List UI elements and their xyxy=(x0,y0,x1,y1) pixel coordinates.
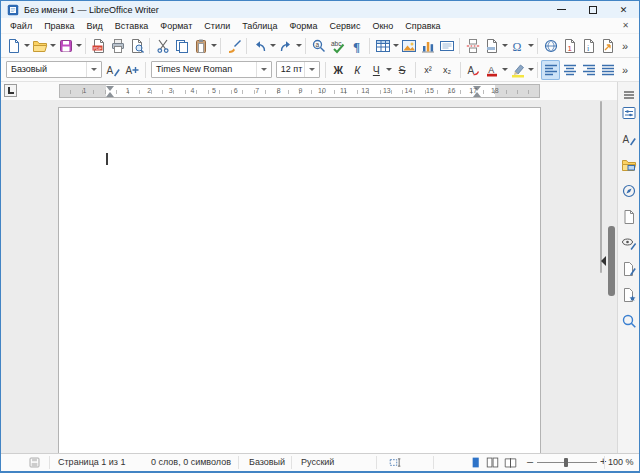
superscript-button[interactable]: x² xyxy=(419,60,438,80)
page-style-status[interactable]: Базовый xyxy=(249,457,285,467)
paragraph-style-combo[interactable]: Базовый xyxy=(6,61,102,78)
zoom-level-status[interactable]: 100 % xyxy=(608,457,634,467)
clear-formatting-button[interactable]: A xyxy=(464,60,483,80)
dropdown-arrow-icon[interactable] xyxy=(75,36,82,56)
menu-form[interactable]: Форма xyxy=(284,19,324,33)
dropdown-arrow-icon[interactable] xyxy=(392,36,399,56)
document-page[interactable] xyxy=(58,107,541,453)
save-status-icon[interactable] xyxy=(28,456,41,469)
insert-chart-button[interactable] xyxy=(418,36,437,56)
dropdown-arrow-icon[interactable] xyxy=(23,36,30,56)
sidebar-tab-design[interactable] xyxy=(619,286,638,304)
sidebar-tab-properties[interactable] xyxy=(619,104,638,122)
menu-tools[interactable]: Сервис xyxy=(324,19,367,33)
menu-view[interactable]: Вид xyxy=(81,19,109,33)
highlight-color-button[interactable] xyxy=(508,60,527,80)
word-count-status[interactable]: 0 слов, 0 символов xyxy=(151,457,231,467)
dropdown-arrow-icon[interactable] xyxy=(527,60,534,80)
menu-table[interactable]: Таблица xyxy=(236,19,283,33)
save-button[interactable] xyxy=(56,36,75,56)
dropdown-arrow-icon[interactable] xyxy=(210,36,217,56)
zoom-out-button[interactable]: – xyxy=(527,455,533,467)
sidebar-tab-page[interactable] xyxy=(619,208,638,226)
insert-field-button[interactable] xyxy=(482,36,501,56)
italic-button[interactable]: К xyxy=(348,60,367,80)
dropdown-arrow-icon[interactable] xyxy=(501,36,508,56)
chevron-down-icon[interactable] xyxy=(256,62,271,77)
new-style-button[interactable]: A xyxy=(123,60,142,80)
dropdown-arrow-icon[interactable] xyxy=(386,60,393,80)
menu-window[interactable]: Окно xyxy=(366,19,399,33)
cut-button[interactable] xyxy=(153,36,172,56)
clone-formatting-button[interactable] xyxy=(224,36,243,56)
view-layout-single-button[interactable] xyxy=(469,456,482,469)
strikethrough-button[interactable]: S xyxy=(393,60,412,80)
export-pdf-button[interactable]: PDF xyxy=(89,36,108,56)
print-button[interactable] xyxy=(108,36,127,56)
insert-table-button[interactable] xyxy=(373,36,392,56)
formatting-marks-button[interactable]: ¶ xyxy=(347,36,366,56)
close-button[interactable]: ✕ xyxy=(608,1,639,18)
hyperlink-button[interactable] xyxy=(541,36,560,56)
sidebar-tab-styles[interactable]: A xyxy=(619,130,638,148)
bold-button[interactable]: Ж xyxy=(329,60,348,80)
print-preview-button[interactable] xyxy=(127,36,146,56)
sidebar-tab-style-inspector[interactable] xyxy=(619,234,638,252)
selection-mode-icon[interactable] xyxy=(389,456,402,469)
sidebar-tab-navigator[interactable] xyxy=(619,182,638,200)
copy-button[interactable] xyxy=(172,36,191,56)
chevron-down-icon[interactable] xyxy=(86,62,101,77)
horizontal-ruler[interactable]: 1123456789101112131415161718 xyxy=(59,84,540,98)
menu-format[interactable]: Формат xyxy=(154,19,198,33)
footnote-button[interactable]: 1 xyxy=(560,36,579,56)
language-status[interactable]: Русский xyxy=(301,457,334,467)
sidebar-settings-button[interactable] xyxy=(619,86,638,104)
vertical-scrollbar-thumb[interactable] xyxy=(600,101,602,273)
paste-button[interactable] xyxy=(191,36,210,56)
font-size-combo[interactable]: 12 пт xyxy=(276,61,320,78)
view-layout-multiple-button[interactable] xyxy=(486,456,499,469)
menu-styles[interactable]: Стили xyxy=(198,19,236,33)
toolbar-overflow-button[interactable]: » xyxy=(617,60,636,80)
undo-button[interactable] xyxy=(250,36,269,56)
menu-help[interactable]: Справка xyxy=(399,19,446,33)
dropdown-arrow-icon[interactable] xyxy=(295,36,302,56)
sidebar-tab-find[interactable] xyxy=(619,312,638,330)
underline-button[interactable]: Ч xyxy=(367,60,386,80)
cross-reference-button[interactable] xyxy=(598,36,617,56)
sidebar-tab-gallery[interactable] xyxy=(619,156,638,174)
minimize-button[interactable] xyxy=(546,1,577,18)
insert-textbox-button[interactable] xyxy=(437,36,456,56)
redo-button[interactable] xyxy=(276,36,295,56)
page-break-button[interactable] xyxy=(463,36,482,56)
menu-insert[interactable]: Вставка xyxy=(109,19,154,33)
new-document-button[interactable] xyxy=(4,36,23,56)
sidebar-tab-accessibility-check[interactable] xyxy=(619,260,638,278)
dropdown-arrow-icon[interactable] xyxy=(502,60,509,80)
align-center-button[interactable] xyxy=(560,60,579,80)
close-document-icon[interactable]: ✕ xyxy=(615,21,636,30)
dropdown-arrow-icon[interactable] xyxy=(527,36,534,56)
toolbar-overflow-button[interactable]: » xyxy=(617,36,636,56)
update-style-button[interactable]: A xyxy=(104,60,123,80)
find-replace-button[interactable]: a xyxy=(309,36,328,56)
dropdown-arrow-icon[interactable] xyxy=(49,36,56,56)
subscript-button[interactable]: x₂ xyxy=(438,60,457,80)
menu-edit[interactable]: Правка xyxy=(38,19,80,33)
special-character-button[interactable]: Ω xyxy=(508,36,527,56)
font-color-button[interactable]: A xyxy=(483,60,502,80)
endnote-button[interactable]: i xyxy=(579,36,598,56)
font-name-combo[interactable]: Times New Roman xyxy=(151,61,272,78)
page-number-status[interactable]: Страница 1 из 1 xyxy=(58,457,125,467)
view-layout-book-button[interactable] xyxy=(504,456,517,469)
sidebar-collapse-arrow-icon[interactable] xyxy=(601,256,606,266)
align-justify-button[interactable] xyxy=(598,60,617,80)
open-button[interactable] xyxy=(30,36,49,56)
align-left-button[interactable] xyxy=(541,60,560,80)
insert-image-button[interactable] xyxy=(399,36,418,56)
maximize-button[interactable] xyxy=(577,1,608,18)
zoom-slider-thumb[interactable] xyxy=(564,458,568,467)
align-right-button[interactable] xyxy=(579,60,598,80)
chevron-down-icon[interactable] xyxy=(304,62,319,77)
spelling-button[interactable]: abc xyxy=(328,36,347,56)
